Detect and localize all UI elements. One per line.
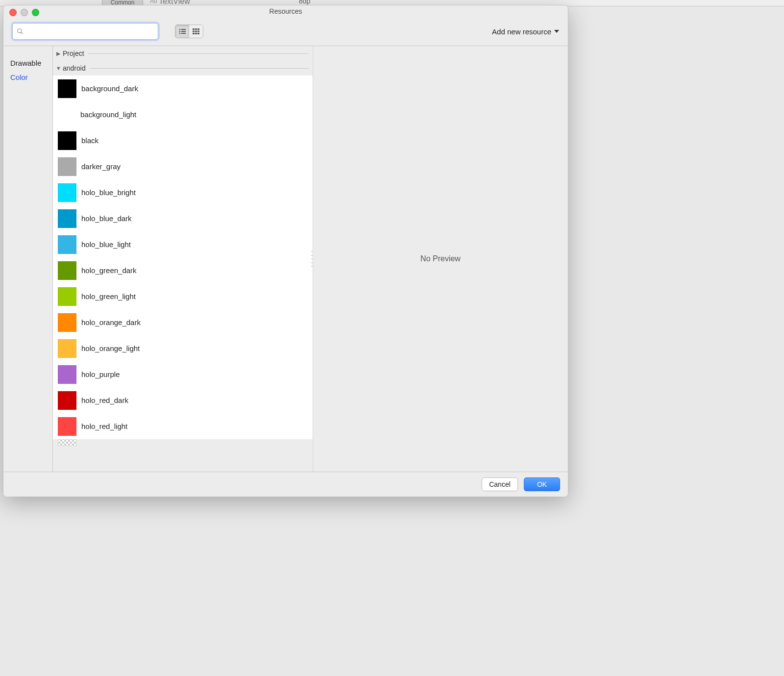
dimension-readout: 8dp	[299, 0, 310, 5]
titlebar: Resources	[3, 5, 568, 6]
resources-dialog: Resources Add new resource Drawable Colo…	[3, 5, 568, 6]
window-title: Resources	[3, 5, 568, 6]
